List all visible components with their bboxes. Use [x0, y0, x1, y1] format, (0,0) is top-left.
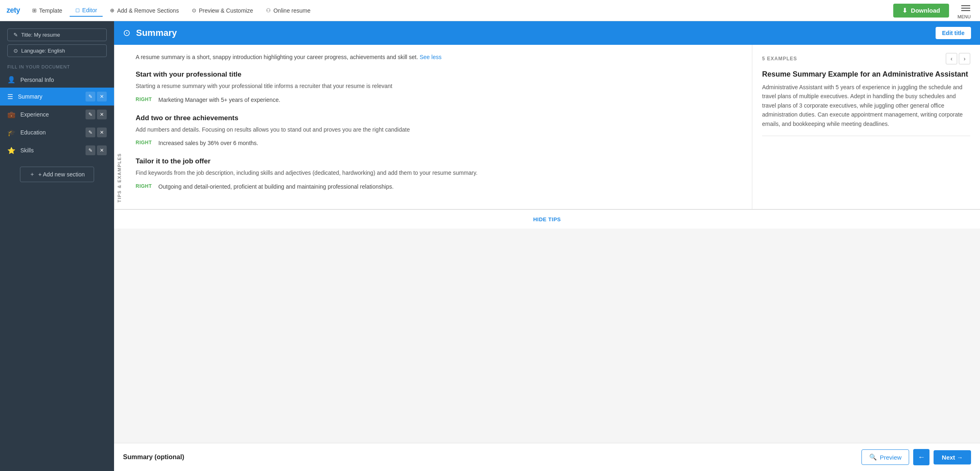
preview-customize-icon: ⊙	[192, 7, 196, 13]
tip-3-desc: Find keywords from the job description, …	[136, 169, 740, 178]
summary-header: ⊙ Summary Edit title	[114, 21, 980, 45]
summary-label: Summary	[18, 93, 81, 100]
experience-label: Experience	[20, 111, 81, 118]
tips-content: A resume summary is a short, snappy intr…	[124, 45, 752, 209]
tip-1-right-badge: RIGHT	[136, 96, 152, 102]
nav-add-remove-label: Add & Remove Sections	[117, 7, 179, 14]
tip-1-example: RIGHT Marketing Manager with 5+ years of…	[136, 96, 740, 104]
tip-2-example-text: Increased sales by 36% over 6 months.	[158, 139, 258, 147]
tip-1-example-text: Marketing Manager with 5+ years of exper…	[158, 96, 280, 104]
example-body: Administrative Assistant with 5 years of…	[762, 83, 970, 128]
pencil-icon: ✎	[13, 32, 18, 38]
nav-editor[interactable]: ◻ Editor	[70, 4, 103, 17]
tip-1-title: Start with your professional title	[136, 70, 740, 79]
experience-icon: 💼	[7, 111, 15, 119]
summary-edit-button[interactable]: ✎	[86, 92, 95, 101]
examples-header: 5 EXAMPLES ‹ ›	[762, 53, 970, 64]
summary-header-icon: ⊙	[123, 28, 130, 38]
education-edit-button[interactable]: ✎	[86, 128, 95, 137]
tip-3-right-badge: RIGHT	[136, 183, 152, 189]
language-button[interactable]: ⊙ Language: English	[7, 44, 107, 57]
tip-1: Start with your professional title Start…	[136, 70, 740, 104]
title-button-label: Title: My resume	[21, 32, 60, 38]
tip-1-desc: Starting a resume summary with your prof…	[136, 82, 740, 91]
sidebar-item-education[interactable]: 🎓 Education ✎ ✕	[0, 123, 114, 141]
next-button[interactable]: Next →	[934, 450, 971, 464]
globe-icon: ⊙	[13, 48, 18, 54]
preview-label: Preview	[880, 454, 901, 461]
skills-edit-button[interactable]: ✎	[86, 145, 95, 155]
nav-add-remove[interactable]: ⊕ Add & Remove Sections	[104, 5, 185, 16]
experience-remove-button[interactable]: ✕	[97, 110, 107, 119]
menu-label: MENU	[958, 14, 971, 19]
experience-actions: ✎ ✕	[86, 110, 107, 119]
tip-2-example: RIGHT Increased sales by 36% over 6 mont…	[136, 139, 740, 147]
search-icon: 🔍	[869, 453, 877, 461]
sidebar-item-summary[interactable]: ☰ Summary ✎ ✕	[0, 88, 114, 106]
skills-actions: ✎ ✕	[86, 145, 107, 155]
main-content: ⊙ Summary Edit title TIPS & EXAMPLES A r…	[114, 21, 980, 471]
language-button-label: Language: English	[21, 48, 65, 54]
examples-next-button[interactable]: ›	[959, 53, 970, 64]
sidebar-item-personal-info[interactable]: 👤 Personal Info	[0, 72, 114, 88]
personal-info-label: Personal Info	[20, 77, 107, 83]
hide-tips-bar: HIDE TIPS	[114, 209, 980, 229]
template-icon: ⊞	[32, 7, 37, 13]
education-icon: 🎓	[7, 129, 15, 136]
tip-2-right-badge: RIGHT	[136, 139, 152, 145]
summary-header-title: Summary	[136, 28, 930, 38]
skills-icon: ⭐	[7, 147, 15, 154]
experience-edit-button[interactable]: ✎	[86, 110, 95, 119]
nav-preview-customize-label: Preview & Customize	[199, 7, 253, 14]
tip-3-title: Tailor it to the job offer	[136, 157, 740, 165]
sidebar-item-experience[interactable]: 💼 Experience ✎ ✕	[0, 106, 114, 123]
menu-button[interactable]: MENU	[955, 2, 973, 19]
download-button[interactable]: ⬇ Download	[893, 4, 949, 18]
fill-label: FILL IN YOUR DOCUMENT	[7, 64, 107, 69]
nav-online-resume-label: Online resume	[273, 7, 310, 14]
add-icon: ＋	[29, 171, 35, 178]
tip-3-example-text: Outgoing and detail-oriented, proficient…	[158, 183, 393, 191]
hide-tips-button[interactable]: HIDE TIPS	[533, 216, 561, 222]
back-button[interactable]: ←	[913, 449, 929, 465]
summary-actions: ✎ ✕	[86, 92, 107, 101]
logo: zety	[7, 6, 20, 15]
nav-template[interactable]: ⊞ Template	[26, 5, 68, 16]
footer-section-label: Summary (optional)	[123, 453, 184, 461]
online-resume-icon: ⚇	[266, 7, 271, 13]
nav-template-label: Template	[39, 7, 62, 14]
summary-remove-button[interactable]: ✕	[97, 92, 107, 101]
edit-title-button[interactable]: Edit title	[936, 27, 971, 39]
tips-rotated-label: TIPS & EXAMPLES	[114, 45, 124, 209]
examples-panel: 5 EXAMPLES ‹ › Resume Summary Example fo…	[752, 45, 980, 209]
tips-intro: A resume summary is a short, snappy intr…	[136, 53, 740, 62]
education-remove-button[interactable]: ✕	[97, 128, 107, 137]
editor-icon: ◻	[75, 7, 80, 13]
nav-online-resume[interactable]: ⚇ Online resume	[260, 5, 316, 16]
tip-2: Add two or three achievements Add number…	[136, 114, 740, 148]
examples-count-label: 5 EXAMPLES	[762, 56, 943, 62]
add-section-button[interactable]: ＋ + Add new section	[20, 167, 94, 182]
tips-area: TIPS & EXAMPLES A resume summary is a sh…	[114, 45, 980, 209]
examples-prev-button[interactable]: ‹	[946, 53, 957, 64]
tip-3-example: RIGHT Outgoing and detail-oriented, prof…	[136, 183, 740, 191]
footer-bar: Summary (optional) 🔍 Preview ← Next →	[114, 443, 980, 471]
see-less-link[interactable]: See less	[420, 54, 442, 60]
skills-remove-button[interactable]: ✕	[97, 145, 107, 155]
topnav: zety ⊞ Template ◻ Editor ⊕ Add & Remove …	[0, 0, 980, 21]
sidebar: ✎ Title: My resume ⊙ Language: English F…	[0, 21, 114, 471]
education-actions: ✎ ✕	[86, 128, 107, 137]
download-label: Download	[911, 7, 940, 14]
title-button[interactable]: ✎ Title: My resume	[7, 29, 107, 41]
preview-button[interactable]: 🔍 Preview	[861, 449, 909, 465]
education-label: Education	[20, 129, 81, 136]
sidebar-item-skills[interactable]: ⭐ Skills ✎ ✕	[0, 141, 114, 159]
add-remove-icon: ⊕	[110, 7, 114, 13]
add-section-label: + Add new section	[38, 171, 85, 178]
tip-2-title: Add two or three achievements	[136, 114, 740, 122]
examples-nav: ‹ ›	[946, 53, 970, 64]
skills-label: Skills	[20, 147, 81, 154]
example-title: Resume Summary Example for an Administra…	[762, 70, 970, 79]
nav-preview-customize[interactable]: ⊙ Preview & Customize	[186, 5, 259, 16]
person-icon: 👤	[7, 76, 15, 84]
